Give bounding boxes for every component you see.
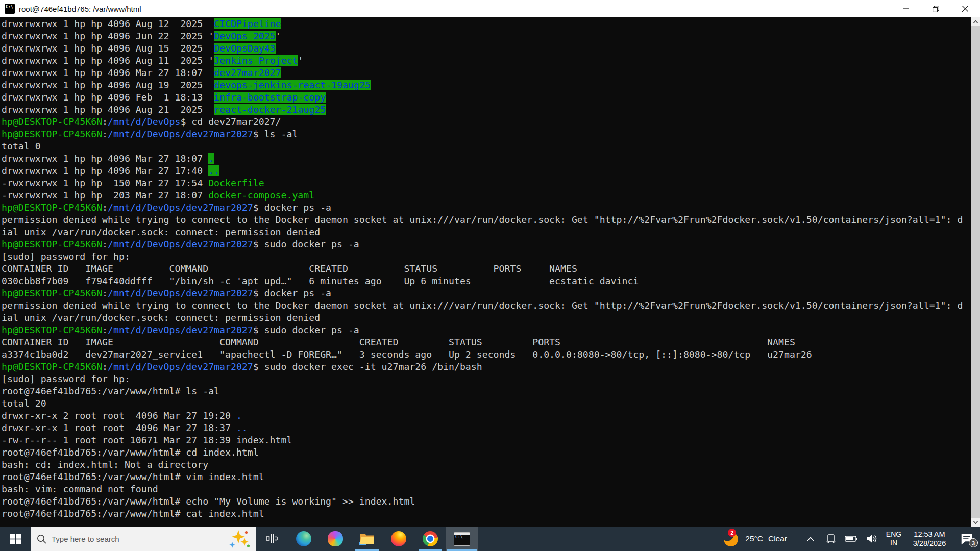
firefox-icon: [391, 531, 406, 546]
search-highlights-icon: [229, 529, 250, 548]
close-button[interactable]: [950, 0, 980, 17]
terminal-line: hp@DESKTOP-CP45K6N:/mnt/d/DevOps$ cd dev…: [2, 116, 971, 128]
terminal-line: bash: vim: command not found: [2, 483, 971, 495]
terminal-line: total 0: [2, 140, 971, 153]
chrome-icon-center: [427, 536, 433, 542]
taskbar-edge-button[interactable]: [288, 527, 320, 551]
connect-device-button[interactable]: [821, 527, 841, 551]
search-icon: [37, 534, 46, 544]
terminal-line: [sudo] password for hp:: [2, 373, 971, 385]
terminal-line: drwxrwxrwx 1 hp hp 4096 Aug 11 2025 'Jen…: [2, 55, 971, 67]
minimize-button[interactable]: [891, 0, 921, 17]
terminal-line: hp@DESKTOP-CP45K6N:/mnt/d/DevOps/dev27ma…: [2, 128, 971, 140]
terminal-line: drwxr-xr-x 1 root root 4096 Mar 27 18:37…: [2, 422, 971, 434]
windows-logo-icon: [10, 534, 21, 544]
date-label: 3/28/2026: [905, 539, 953, 548]
search-input[interactable]: [52, 535, 226, 543]
terminal-line: hp@DESKTOP-CP45K6N:/mnt/d/DevOps/dev27ma…: [2, 238, 971, 251]
terminal-line: root@746ef41bd765:/var/www/html# echo "M…: [2, 495, 971, 508]
terminal-line: drwxrwxrwx 1 hp hp 4096 Mar 27 18:07 .: [2, 153, 971, 165]
terminal-line: permission denied while trying to connec…: [2, 214, 971, 226]
start-button[interactable]: [0, 527, 31, 551]
terminal-line: CONTAINER ID IMAGE COMMAND CREATED STATU…: [2, 263, 971, 275]
terminal-line: root@746ef41bd765:/var/www/html# ls -al: [2, 385, 971, 397]
language-label: ENG: [882, 530, 905, 539]
taskbar-search[interactable]: [31, 527, 256, 551]
copilot-icon: [328, 531, 343, 546]
terminal-window[interactable]: drwxrwxrwx 1 hp hp 4096 Aug 12 2025 CICD…: [0, 17, 980, 527]
terminal-output: drwxrwxrwx 1 hp hp 4096 Aug 12 2025 CICD…: [0, 17, 971, 527]
window-title: root@746ef41bd765: /var/www/html: [19, 5, 141, 13]
weather-condition-label: Clear: [768, 534, 787, 543]
notification-count-badge: 3: [969, 538, 978, 547]
taskbar-firefox-button[interactable]: [383, 527, 414, 551]
terminal-line: ial unix /var/run/docker.sock: connect: …: [2, 226, 971, 238]
language-indicator[interactable]: ENG IN: [882, 530, 905, 547]
terminal-line: bash: cd: index.html: Not a directory: [2, 459, 971, 471]
scrollbar[interactable]: [971, 17, 980, 527]
taskbar-file-explorer-button[interactable]: [351, 527, 383, 551]
terminal-line: drwxrwxrwx 1 hp hp 4096 Aug 19 2025 devo…: [2, 79, 971, 91]
terminal-icon: C:\_: [454, 532, 470, 546]
terminal-line: ial unix /var/run/docker.sock: connect: …: [2, 312, 971, 324]
scroll-up-button[interactable]: [971, 17, 980, 26]
restore-button[interactable]: [921, 0, 950, 17]
terminal-line: drwxrwxrwx 1 hp hp 4096 Feb 1 18:13 infr…: [2, 91, 971, 104]
terminal-line: drwxrwxrwx 1 hp hp 4096 Mar 27 17:40 ..: [2, 165, 971, 177]
terminal-line: drwxrwxrwx 1 hp hp 4096 Jun 22 2025 'Dev…: [2, 30, 971, 42]
terminal-line: drwxrwxrwx 1 hp hp 4096 Aug 21 2025 reac…: [2, 104, 971, 116]
scrollbar-thumb[interactable]: [971, 26, 980, 518]
clock[interactable]: 12:53 AM 3/28/2026: [905, 530, 953, 548]
terminal-line: root@746ef41bd765:/var/www/html# cd inde…: [2, 446, 971, 459]
chevron-up-icon: [973, 20, 978, 23]
terminal-line: root@746ef41bd765:/var/www/html# cat ind…: [2, 508, 971, 520]
task-view-button[interactable]: [256, 527, 288, 551]
minimize-icon: [903, 6, 909, 12]
taskbar-copilot-button[interactable]: [320, 527, 351, 551]
terminal-line: hp@DESKTOP-CP45K6N:/mnt/d/DevOps/dev27ma…: [2, 202, 971, 214]
restore-icon: [933, 6, 939, 12]
time-label: 12:53 AM: [905, 530, 953, 539]
terminal-line: a3374c1ba0d2 dev27mar2027_service1 "apac…: [2, 348, 971, 361]
weather-widget[interactable]: 2 25°C Clear: [721, 530, 792, 547]
terminal-line: hp@DESKTOP-CP45K6N:/mnt/d/DevOps/dev27ma…: [2, 287, 971, 299]
terminal-line: -rw-r--r-- 1 root root 10671 Mar 27 18:3…: [2, 434, 971, 446]
terminal-line: hp@DESKTOP-CP45K6N:/mnt/d/DevOps/dev27ma…: [2, 361, 971, 373]
window-controls: [891, 0, 980, 17]
terminal-line: permission denied while trying to connec…: [2, 299, 971, 312]
file-explorer-icon: [359, 532, 375, 546]
weather-moon-icon: 2: [721, 530, 741, 547]
volume-button[interactable]: [862, 527, 882, 551]
cmd-icon: C:\: [5, 4, 15, 14]
notification-center-button[interactable]: 3: [953, 527, 980, 551]
terminal-line: CONTAINER ID IMAGE COMMAND CREATED STATU…: [2, 336, 971, 348]
terminal-line: [sudo] password for hp:: [2, 251, 971, 263]
terminal-line: drwxrwxrwx 1 hp hp 4096 Mar 27 18:07 dev…: [2, 67, 971, 79]
chevron-down-icon: [973, 521, 978, 524]
system-tray: 2 25°C Clear: [721, 527, 980, 551]
close-icon: [962, 6, 968, 12]
scroll-down-button[interactable]: [971, 518, 980, 527]
battery-button[interactable]: [841, 527, 862, 551]
terminal-line: drwxrwxrwx 1 hp hp 4096 Aug 15 2025 DevO…: [2, 42, 971, 55]
speaker-icon: [866, 533, 878, 544]
terminal-line: 030cbb8f7b09 f794f40ddfff "/bin/sh -c 'a…: [2, 275, 971, 287]
chevron-up-icon: [807, 537, 814, 541]
battery-icon: [845, 534, 858, 544]
chrome-icon: [423, 531, 438, 546]
cast-icon: [825, 533, 837, 544]
temperature-label: 25°C: [745, 534, 763, 543]
taskbar-terminal-button[interactable]: C:\_: [446, 527, 478, 551]
terminal-line: drwxrwxrwx 1 hp hp 4096 Aug 12 2025 CICD…: [2, 18, 971, 30]
show-hidden-icons-button[interactable]: [800, 527, 821, 551]
region-label: IN: [882, 539, 905, 547]
terminal-line: total 20: [2, 397, 971, 410]
terminal-line: hp@DESKTOP-CP45K6N:/mnt/d/DevOps/dev27ma…: [2, 324, 971, 336]
taskbar: C:\_ 2 25°C Clear: [0, 527, 980, 551]
window-titlebar[interactable]: C:\ root@746ef41bd765: /var/www/html: [0, 0, 980, 17]
terminal-line: -rwxrwxrwx 1 hp hp 150 Mar 27 17:54 Dock…: [2, 177, 971, 189]
terminal-line: root@746ef41bd765:/var/www/html# vim ind…: [2, 471, 971, 483]
edge-icon: [296, 531, 311, 546]
taskbar-chrome-button[interactable]: [414, 527, 446, 551]
task-view-icon: [265, 532, 279, 545]
